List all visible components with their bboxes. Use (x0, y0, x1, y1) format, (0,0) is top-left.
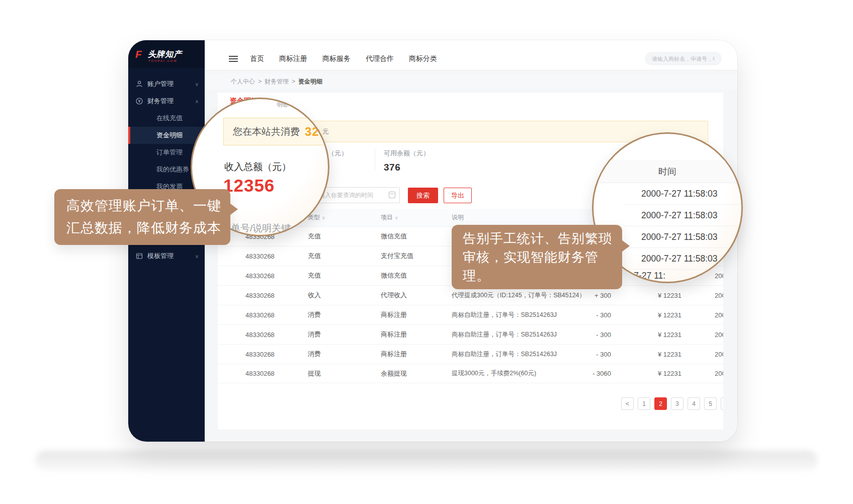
global-search-input[interactable] (645, 52, 722, 65)
template-icon (135, 252, 143, 260)
divider (375, 149, 375, 171)
cell-time: 2000-7-27 11:58:03 (715, 325, 723, 344)
cell-order: 48330268 (245, 266, 275, 285)
stat-balance-value: 376 (384, 162, 430, 173)
cell-item: 微信充值 (381, 266, 407, 285)
cell-item: 微信充值 (381, 227, 407, 246)
nav-item-trademark-register[interactable]: 商标注册 (279, 54, 307, 63)
stat-balance-label: 可用余额（元） (384, 149, 430, 158)
sidebar-item-template[interactable]: 模板管理 ∨ (128, 247, 205, 265)
cell-type: 消费 (308, 305, 321, 324)
magnified-income-value: 12356 (223, 176, 275, 196)
cell-order: 48330268 (245, 364, 275, 383)
cell-amount: - 300 (565, 345, 611, 364)
chevron-down-icon: ∨ (195, 81, 199, 87)
sidebar-item-account[interactable]: 账户管理 ∨ (128, 75, 205, 93)
pagination-page-4[interactable]: 4 (688, 397, 700, 410)
pagination-prev-button[interactable]: < (621, 397, 634, 410)
global-search (645, 52, 722, 65)
cell-time: 2000-7-27 11:58:03 (715, 364, 723, 383)
sidebar-item-label: 资金明细 (156, 131, 183, 140)
callout-text: 理。 (463, 267, 611, 285)
callout-text: 告别手工统计、告别繁琐 (463, 229, 611, 248)
cell-time: 2000-7-27 11:58:03 (715, 345, 723, 364)
cell-balance: ¥ 12231 (634, 345, 681, 364)
cell-order: 48330268 (245, 305, 275, 324)
export-button[interactable]: 导出 (444, 188, 472, 203)
cell-amount: - 3060 (565, 364, 611, 383)
cell-item: 支付宝充值 (381, 246, 413, 266)
callout-left: 高效管理账户订单、一键 汇总数据，降低财务成本 (54, 189, 230, 245)
cell-item: 商标注册 (381, 325, 407, 344)
magnified-time-row: 2000-7-27 11:58:03 (624, 226, 743, 248)
cell-desc: 商标自助注册，订单号：SB2514263J (452, 305, 557, 324)
magnified-time-row: 2000-7-27 11:58:03 (624, 205, 743, 226)
breadcrumb-current: 资金明细 (298, 77, 322, 86)
col-item-header[interactable]: 项目∨ (381, 209, 398, 226)
table-row: 48330268 提现 余额提现 提现3000元，手续费2%(60元) - 30… (218, 364, 723, 383)
cell-amount: - 300 (565, 325, 611, 344)
callout-arrow (230, 203, 238, 215)
cell-time: 2000-7-27 11:58:03 (715, 286, 723, 305)
brand-logo-icon: F (135, 49, 145, 59)
cell-type: 消费 (308, 325, 321, 344)
pagination: < 1 2 3 4 5 > (621, 397, 723, 410)
nav-item-trademark-category[interactable]: 商标分类 (409, 54, 437, 63)
sidebar-item-label: 财务管理 (147, 97, 174, 106)
page: F 头牌知产 TOUPAI.COM 账户管理 ∨ 财务管理 ∧ 在线充值 (0, 0, 853, 504)
cell-order: 48330268 (245, 246, 275, 266)
cell-balance: ¥ 12231 (634, 325, 681, 344)
sidebar-item-label: 在线充值 (156, 114, 183, 123)
cell-item: 商标注册 (381, 345, 407, 364)
laptop-base-shadow (35, 451, 818, 471)
pagination-page-5[interactable]: 5 (704, 397, 717, 410)
nav-item-agent-cooperation[interactable]: 代理合作 (366, 54, 394, 63)
cell-type: 消费 (308, 345, 321, 364)
cell-desc: 商标自助注册，订单号：SB2514263J (452, 325, 557, 344)
sidebar-item-online-recharge[interactable]: 在线充值 (128, 110, 205, 127)
brand-tagline: TOUPAI.COM (148, 59, 177, 62)
pagination-page-1[interactable]: 1 (638, 397, 650, 410)
col-desc-header: 说明 (452, 209, 464, 226)
cell-item: 商标注册 (381, 305, 407, 324)
callout-text: 汇总数据，降低财务成本 (66, 217, 218, 239)
calendar-icon[interactable] (389, 192, 395, 198)
user-icon (135, 80, 143, 88)
callout-right: 告别手工统计、告别繁琐 审核，实现智能财务管 理。 (452, 225, 622, 289)
magnified-tab-fragment: 明细 (277, 101, 288, 109)
magnified-banner-prefix: 您在本站共消费 (233, 125, 300, 138)
sidebar-item-label: 账户管理 (147, 79, 174, 89)
breadcrumb-separator: > (258, 78, 262, 85)
cell-type: 充值 (308, 246, 321, 266)
cell-order: 48330268 (245, 345, 275, 364)
nav-item-home[interactable]: 首页 (250, 54, 264, 63)
cell-item: 余额提现 (381, 364, 407, 383)
magnified-income-label: 收入总额（元） (224, 160, 291, 174)
sidebar-item-fund-details[interactable]: 资金明细 (128, 127, 205, 144)
pagination-page-2-active[interactable]: 2 (654, 397, 667, 410)
breadcrumb-part[interactable]: 个人中心 (231, 77, 255, 86)
sidebar-item-label: 模板管理 (147, 251, 174, 261)
chevron-down-icon: ∨ (195, 254, 199, 259)
breadcrumb-part[interactable]: 财务管理 (265, 77, 289, 86)
brand-name: 头牌知产 (148, 49, 182, 60)
stat-balance: 可用余额（元） 376 (384, 149, 430, 173)
table-row: 48330268 消费 商标注册 商标自助注册，订单号：SB2514263J -… (218, 344, 723, 364)
chevron-down-icon: ∨ (395, 215, 398, 220)
cell-type: 充值 (308, 227, 321, 246)
table-row: 48330268 消费 商标注册 商标自助注册，订单号：SB2514263J -… (218, 324, 723, 344)
top-navbar: 首页 商标注册 商标服务 代理合作 商标分类 (205, 40, 737, 70)
hamburger-menu-icon[interactable] (229, 56, 238, 62)
cell-order: 48330268 (245, 286, 275, 305)
cell-desc: 商标自助注册，订单号：SB2514263J (452, 345, 557, 364)
wallet-icon (135, 97, 143, 105)
pagination-next-button[interactable]: > (721, 397, 723, 410)
magnified-time-header: 时间 (593, 160, 741, 183)
nav-item-trademark-service[interactable]: 商标服务 (322, 54, 351, 63)
search-button[interactable]: 搜索 (408, 188, 438, 203)
pagination-page-3[interactable]: 3 (671, 397, 684, 410)
cell-type: 提现 (308, 364, 321, 383)
sidebar-item-label: 我的优惠券 (156, 165, 189, 174)
callout-text: 审核，实现智能财务管 (463, 248, 611, 267)
sidebar-item-finance[interactable]: 财务管理 ∧ (128, 93, 205, 110)
